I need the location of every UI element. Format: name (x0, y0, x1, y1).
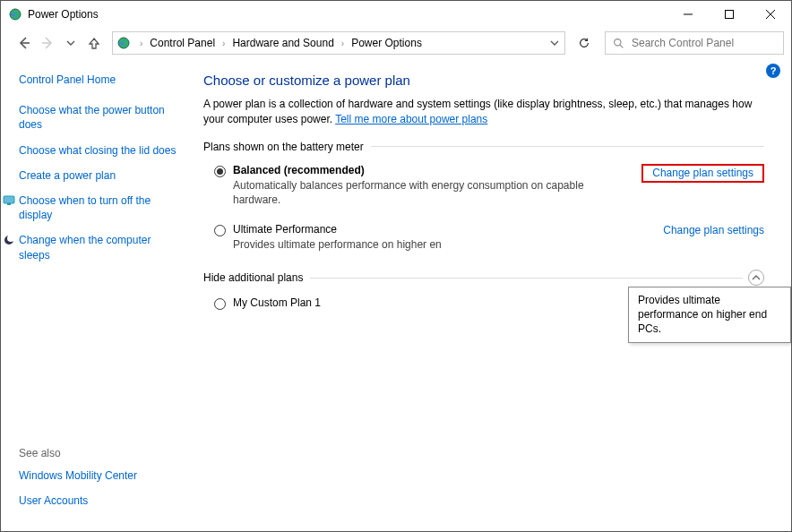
see-also-section: See also Windows Mobility Center User Ac… (19, 447, 137, 519)
svg-line-11 (620, 45, 623, 47)
radio-custom[interactable] (214, 298, 226, 310)
breadcrumb-item[interactable]: Control Panel (148, 37, 217, 49)
svg-rect-9 (119, 42, 124, 45)
tooltip: Provides ultimate performance on higher … (628, 287, 791, 343)
plan-name[interactable]: Ultimate Performance (233, 223, 663, 236)
change-plan-settings-ultimate[interactable]: Change plan settings (663, 223, 764, 236)
close-button[interactable] (750, 1, 791, 28)
change-plan-settings-balanced[interactable]: Change plan settings (641, 164, 764, 183)
hide-plans-toggle[interactable]: Hide additional plans (203, 270, 764, 286)
plan-description: Automatically balances performance with … (233, 178, 641, 207)
see-also-user-accounts[interactable]: User Accounts (19, 493, 137, 508)
sidebar-link-turn-off-display[interactable]: Choose when to turn off the display (19, 193, 178, 222)
see-also-mobility-center[interactable]: Windows Mobility Center (19, 468, 137, 483)
recent-dropdown[interactable] (60, 32, 82, 54)
window-title: Power Options (28, 8, 99, 21)
sidebar-link-closing-lid[interactable]: Choose what closing the lid does (19, 143, 178, 158)
page-heading: Choose or customize a power plan (203, 73, 764, 88)
up-button[interactable] (83, 32, 105, 54)
chevron-right-icon[interactable]: › (217, 39, 230, 48)
see-also-heading: See also (19, 447, 137, 459)
breadcrumb-item[interactable]: Hardware and Sound (230, 37, 335, 49)
sidebar-link-computer-sleeps[interactable]: Change when the computer sleeps (19, 233, 178, 262)
plan-row-balanced: Balanced (recommended) Automatically bal… (203, 159, 764, 209)
svg-rect-3 (726, 11, 734, 19)
plan-name[interactable]: Balanced (recommended) (233, 164, 641, 176)
titlebar: Power Options (1, 1, 791, 28)
power-options-icon (116, 36, 131, 50)
chevron-right-icon[interactable]: › (336, 39, 349, 48)
monitor-icon (3, 194, 15, 207)
search-input[interactable] (632, 37, 776, 49)
breadcrumb-item[interactable]: Power Options (349, 37, 424, 49)
forward-button[interactable] (37, 32, 58, 54)
breadcrumb[interactable]: › Control Panel › Hardware and Sound › P… (112, 31, 565, 55)
plan-row-ultimate: Ultimate Performance Provides ultimate p… (203, 218, 764, 253)
main-panel: Choose or customize a power plan A power… (189, 58, 791, 531)
maximize-button[interactable] (709, 1, 750, 28)
svg-point-10 (615, 39, 621, 45)
plan-name[interactable]: My Custom Plan 1 (233, 296, 663, 309)
plan-description: Provides ultimate performance on higher … (233, 237, 663, 252)
intro-text: A power plan is a collection of hardware… (203, 97, 764, 128)
svg-rect-1 (11, 13, 15, 16)
radio-ultimate[interactable] (214, 225, 226, 236)
moon-icon (3, 234, 15, 246)
chevron-right-icon[interactable]: › (134, 39, 148, 48)
sidebar-link-create-plan[interactable]: Create a power plan (19, 168, 178, 183)
chevron-up-icon[interactable] (748, 270, 764, 286)
search-box[interactable] (605, 31, 784, 55)
tell-me-more-link[interactable]: Tell me more about power plans (335, 113, 487, 125)
power-options-icon (8, 7, 22, 21)
sidebar: Control Panel Home Choose what the power… (1, 58, 189, 531)
svg-point-15 (7, 235, 14, 242)
back-button[interactable] (13, 32, 35, 54)
refresh-button[interactable] (572, 31, 596, 55)
minimize-button[interactable] (667, 1, 709, 28)
search-icon (613, 38, 624, 49)
navbar: › Control Panel › Hardware and Sound › P… (1, 28, 791, 58)
content: Control Panel Home Choose what the power… (1, 58, 791, 531)
control-panel-home-link[interactable]: Control Panel Home (19, 73, 178, 87)
svg-rect-13 (7, 203, 11, 205)
radio-balanced[interactable] (214, 166, 226, 177)
breadcrumb-dropdown[interactable] (545, 32, 564, 54)
sidebar-link-power-button[interactable]: Choose what the power button does (19, 103, 178, 132)
plans-section-label: Plans shown on the battery meter (203, 141, 764, 153)
svg-rect-12 (4, 196, 14, 203)
